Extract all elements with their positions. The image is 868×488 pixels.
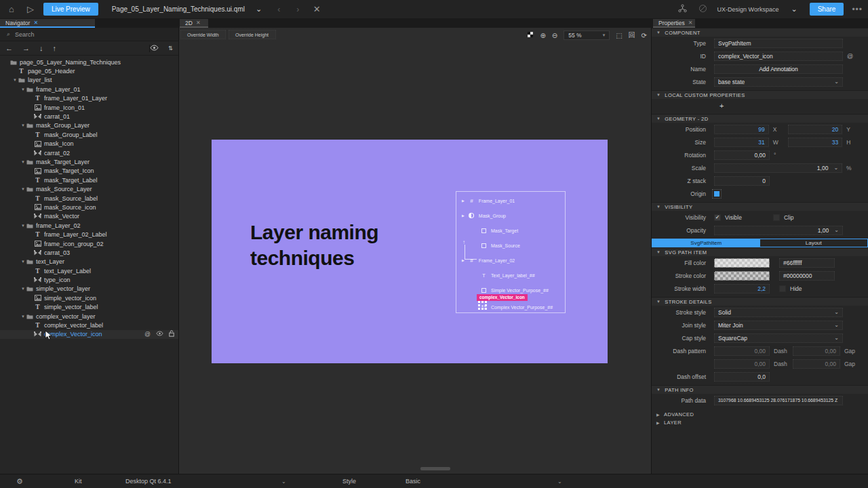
tree-item-carrat_03[interactable]: carrat_03 [0, 248, 178, 257]
tree-expand-icon[interactable]: ▼ [20, 260, 26, 264]
zoom-out-icon[interactable]: ⊖ [552, 32, 557, 39]
dash2-field[interactable]: 0,00 [714, 359, 770, 369]
tree-item-mask_Group_Layer[interactable]: ▼mask_Group_Layer [0, 121, 178, 130]
home-icon[interactable]: ⌂ [5, 4, 18, 14]
share-button[interactable]: Share [810, 3, 844, 16]
tree-expand-icon[interactable]: ▼ [20, 187, 26, 191]
state-select[interactable]: base state⌄ [714, 77, 843, 87]
id-field[interactable]: complex_Vector_icon [714, 52, 843, 61]
type-field[interactable]: SvgPathItem [714, 39, 843, 48]
tree-item-simple_vector_label[interactable]: Tsimple_vector_label [0, 303, 178, 312]
add-property-button[interactable]: + [719, 102, 724, 110]
open-file-tab[interactable]: Page_05_Layer_Naming_Techniques.ui.qml [112, 5, 245, 13]
tree-item-mask_Source_icon[interactable]: mask_Source_icon [0, 203, 178, 211]
move-left-icon[interactable]: ← [5, 44, 13, 52]
join-style-select[interactable]: Miter Join⌄ [714, 321, 843, 330]
tab-properties-close-icon[interactable]: ✕ [688, 20, 693, 26]
section-local-custom[interactable]: ▼LOCAL CUSTOM PROPERTIES [652, 90, 868, 99]
tree-item-mask_Icon[interactable]: mask_Icon [0, 140, 178, 148]
tree-item-carrat_02[interactable]: carrat_02 [0, 148, 178, 157]
tree-item-page_05_Header[interactable]: Tpage_05_Header [0, 66, 178, 75]
override-height-button[interactable]: Override Height [229, 30, 276, 39]
stroke-style-select[interactable]: Solid⌄ [714, 308, 843, 317]
more-menu-icon[interactable]: ••• [852, 5, 863, 14]
fill-color-field[interactable]: #66ffffff [779, 258, 835, 268]
tab-layout[interactable]: Layout [760, 239, 868, 247]
tree-item-frame_Icon_01[interactable]: frame_Icon_01 [0, 103, 178, 112]
tree-expand-icon[interactable]: ▼ [12, 78, 18, 82]
section-geometry[interactable]: ▼GEOMETRY - 2D [652, 114, 868, 123]
visibility-eye-icon[interactable] [150, 45, 159, 52]
section-visibility[interactable]: ▼VISIBILITY [652, 202, 868, 211]
tab-svgpathitem[interactable]: SvgPathItem [652, 239, 760, 247]
hide-checkbox[interactable] [779, 285, 786, 292]
tab-2d-close-icon[interactable]: ✕ [196, 20, 201, 26]
tab-navigator[interactable]: Navigator ✕ [0, 19, 95, 28]
back-icon[interactable]: ‹ [277, 5, 280, 14]
section-path-info[interactable]: ▼PATH INFO [652, 385, 868, 394]
gap2-field[interactable]: 0,00 [793, 359, 840, 369]
tree-item-frame_Layer_02_Label[interactable]: Tframe_Layer_02_Label [0, 230, 178, 239]
tree-expand-icon[interactable]: ▼ [20, 160, 26, 164]
tree-expand-icon[interactable]: ▼ [20, 224, 26, 228]
tree-expand-icon[interactable]: ▼ [20, 287, 26, 291]
kit-chevron-icon[interactable]: ⌄ [281, 479, 286, 485]
workspace-chevron-icon[interactable]: ⌄ [791, 5, 797, 14]
reset-view-icon[interactable]: ⟳ [642, 32, 647, 39]
size-w-field[interactable]: 31 [714, 138, 769, 147]
tree-item-frame_Layer_01_Layer[interactable]: Tframe_Layer_01_Layer [0, 94, 178, 103]
tree-item-frame_Layer_02[interactable]: ▼frame_Layer_02 [0, 221, 178, 230]
zoom-in-icon[interactable]: ⊕ [540, 32, 545, 39]
tree-item-mask_Source_Layer[interactable]: ▼mask_Source_Layer [0, 184, 178, 193]
move-right-icon[interactable]: → [22, 44, 30, 52]
kit-select[interactable]: Desktop Qt 6.4.1 [125, 478, 172, 485]
fill-color-swatch[interactable] [714, 258, 770, 268]
selection-handles[interactable] [478, 301, 487, 310]
tree-item-text_Layer[interactable]: ▼text_Layer [0, 258, 178, 266]
settings-gear-icon[interactable]: ⚙ [16, 477, 23, 486]
tree-item-frame_icon_group_02[interactable]: frame_icon_group_02 [0, 239, 178, 248]
pixel-grid-icon[interactable] [528, 32, 534, 39]
tree-item-simple_vector_icon[interactable]: simple_vector_icon [0, 293, 178, 302]
tree-item-mask_Group_Label[interactable]: Tmask_Group_Label [0, 130, 178, 139]
clip-checkbox[interactable] [773, 214, 780, 221]
style-select[interactable]: Basic [406, 478, 420, 485]
tree-item-layer_list[interactable]: ▼layer_list [0, 76, 178, 85]
stroke-width-field[interactable]: 2,2 [714, 284, 770, 293]
tree-item-mask_Target_Label[interactable]: Tmask_Target_Label [0, 176, 178, 184]
alias-at-icon[interactable]: @ [144, 331, 151, 338]
fit-selection-icon[interactable]: ⬚ [616, 32, 622, 39]
tree-item-complex_Vector_icon[interactable]: complex_Vector_icon@ [0, 330, 178, 339]
live-preview-button[interactable]: Live Preview [43, 3, 98, 16]
tree-item-mask_Target_Icon[interactable]: mask_Target_Icon [0, 167, 178, 176]
run-play-icon[interactable]: ▷ [24, 4, 37, 14]
fit-center-icon[interactable]: 回 [629, 30, 635, 40]
tree-expand-icon[interactable]: ▼ [20, 123, 26, 127]
dash-offset-field[interactable]: 0,0 [714, 372, 770, 382]
section-stroke-details[interactable]: ▼STROKE DETAILS [652, 297, 868, 306]
tree-item-page_05_Layer_Naming_Techniques[interactable]: page_05_Layer_Naming_Techniques [0, 58, 178, 66]
zoom-level-select[interactable]: 55 % ▾ [564, 30, 610, 40]
tab-2d[interactable]: 2D ✕ [180, 19, 208, 28]
override-width-button[interactable]: Override Width [180, 30, 226, 39]
rotation-field[interactable]: 0,00 [714, 150, 770, 160]
section-layer[interactable]: ▶LAYER [652, 418, 868, 426]
tree-item-mask_Vector[interactable]: mask_Vector [0, 212, 178, 221]
unlock-icon[interactable] [169, 330, 174, 338]
file-dropdown-chevron-icon[interactable]: ⌄ [256, 5, 262, 14]
position-x-field[interactable]: 99 [714, 125, 769, 134]
stroke-color-swatch[interactable] [714, 271, 770, 281]
forward-icon[interactable]: › [296, 5, 299, 14]
eye-icon[interactable] [156, 331, 163, 338]
tab-navigator-close-icon[interactable]: ✕ [33, 20, 38, 26]
tree-item-simple_vector_layer[interactable]: ▼simple_vector_layer [0, 285, 178, 293]
add-annotation-button[interactable]: Add Annotation [714, 64, 843, 74]
tree-expand-icon[interactable]: ▼ [20, 314, 26, 319]
circle-slash-icon[interactable] [697, 4, 709, 15]
origin-picker[interactable] [714, 191, 719, 197]
tree-item-text_Layer_Label[interactable]: Ttext_Layer_Label [0, 266, 178, 275]
section-component[interactable]: ▼COMPONENT [652, 28, 868, 37]
opacity-select[interactable]: 1,00⌄ [714, 226, 843, 235]
tree-item-type_icon[interactable]: type_icon [0, 275, 178, 284]
size-h-field[interactable]: 33 [788, 138, 843, 147]
